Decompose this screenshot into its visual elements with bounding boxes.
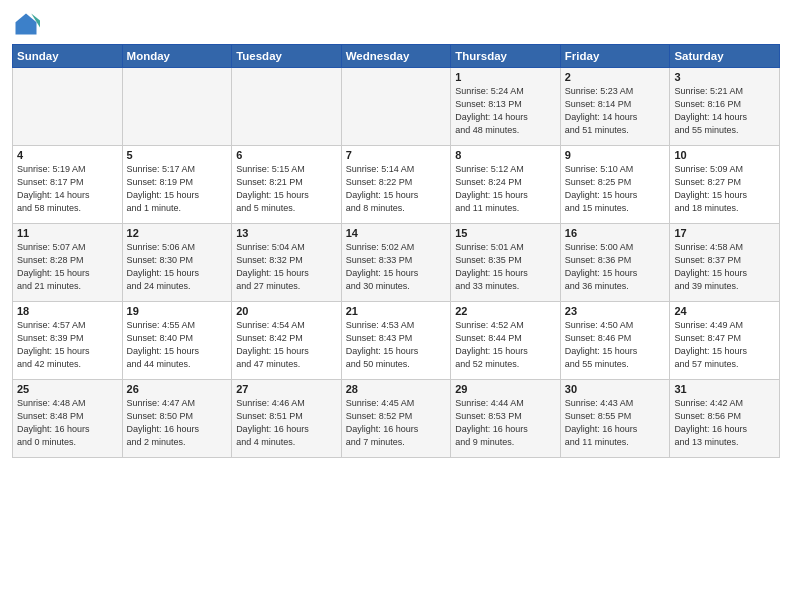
day-info: Sunrise: 4:54 AMSunset: 8:42 PMDaylight:… — [236, 319, 337, 371]
calendar-cell: 31Sunrise: 4:42 AMSunset: 8:56 PMDayligh… — [670, 380, 780, 458]
day-info: Sunrise: 5:24 AMSunset: 8:13 PMDaylight:… — [455, 85, 556, 137]
weekday-header-thursday: Thursday — [451, 45, 561, 68]
weekday-header-sunday: Sunday — [13, 45, 123, 68]
calendar-table: SundayMondayTuesdayWednesdayThursdayFrid… — [12, 44, 780, 458]
day-info: Sunrise: 5:00 AMSunset: 8:36 PMDaylight:… — [565, 241, 666, 293]
day-number: 20 — [236, 305, 337, 317]
calendar-cell: 11Sunrise: 5:07 AMSunset: 8:28 PMDayligh… — [13, 224, 123, 302]
day-number: 18 — [17, 305, 118, 317]
calendar-cell: 26Sunrise: 4:47 AMSunset: 8:50 PMDayligh… — [122, 380, 232, 458]
week-row-2: 4Sunrise: 5:19 AMSunset: 8:17 PMDaylight… — [13, 146, 780, 224]
day-info: Sunrise: 4:49 AMSunset: 8:47 PMDaylight:… — [674, 319, 775, 371]
day-info: Sunrise: 4:53 AMSunset: 8:43 PMDaylight:… — [346, 319, 447, 371]
day-info: Sunrise: 5:19 AMSunset: 8:17 PMDaylight:… — [17, 163, 118, 215]
day-number: 8 — [455, 149, 556, 161]
day-info: Sunrise: 4:48 AMSunset: 8:48 PMDaylight:… — [17, 397, 118, 449]
day-info: Sunrise: 5:09 AMSunset: 8:27 PMDaylight:… — [674, 163, 775, 215]
week-row-5: 25Sunrise: 4:48 AMSunset: 8:48 PMDayligh… — [13, 380, 780, 458]
day-number: 19 — [127, 305, 228, 317]
calendar-cell: 15Sunrise: 5:01 AMSunset: 8:35 PMDayligh… — [451, 224, 561, 302]
day-info: Sunrise: 4:45 AMSunset: 8:52 PMDaylight:… — [346, 397, 447, 449]
day-number: 9 — [565, 149, 666, 161]
day-number: 5 — [127, 149, 228, 161]
day-number: 28 — [346, 383, 447, 395]
day-number: 30 — [565, 383, 666, 395]
day-info: Sunrise: 4:50 AMSunset: 8:46 PMDaylight:… — [565, 319, 666, 371]
day-number: 11 — [17, 227, 118, 239]
day-info: Sunrise: 4:46 AMSunset: 8:51 PMDaylight:… — [236, 397, 337, 449]
weekday-header-wednesday: Wednesday — [341, 45, 451, 68]
day-number: 10 — [674, 149, 775, 161]
week-row-1: 1Sunrise: 5:24 AMSunset: 8:13 PMDaylight… — [13, 68, 780, 146]
calendar-cell — [341, 68, 451, 146]
calendar-cell: 1Sunrise: 5:24 AMSunset: 8:13 PMDaylight… — [451, 68, 561, 146]
calendar-cell: 24Sunrise: 4:49 AMSunset: 8:47 PMDayligh… — [670, 302, 780, 380]
calendar-cell: 23Sunrise: 4:50 AMSunset: 8:46 PMDayligh… — [560, 302, 670, 380]
calendar-cell: 9Sunrise: 5:10 AMSunset: 8:25 PMDaylight… — [560, 146, 670, 224]
calendar-cell: 8Sunrise: 5:12 AMSunset: 8:24 PMDaylight… — [451, 146, 561, 224]
calendar-cell: 18Sunrise: 4:57 AMSunset: 8:39 PMDayligh… — [13, 302, 123, 380]
calendar-cell: 7Sunrise: 5:14 AMSunset: 8:22 PMDaylight… — [341, 146, 451, 224]
day-info: Sunrise: 4:44 AMSunset: 8:53 PMDaylight:… — [455, 397, 556, 449]
day-info: Sunrise: 4:57 AMSunset: 8:39 PMDaylight:… — [17, 319, 118, 371]
week-row-4: 18Sunrise: 4:57 AMSunset: 8:39 PMDayligh… — [13, 302, 780, 380]
day-info: Sunrise: 4:42 AMSunset: 8:56 PMDaylight:… — [674, 397, 775, 449]
weekday-header-row: SundayMondayTuesdayWednesdayThursdayFrid… — [13, 45, 780, 68]
day-number: 13 — [236, 227, 337, 239]
day-number: 31 — [674, 383, 775, 395]
calendar-cell: 5Sunrise: 5:17 AMSunset: 8:19 PMDaylight… — [122, 146, 232, 224]
day-number: 24 — [674, 305, 775, 317]
logo — [12, 10, 44, 38]
calendar-cell: 16Sunrise: 5:00 AMSunset: 8:36 PMDayligh… — [560, 224, 670, 302]
day-number: 4 — [17, 149, 118, 161]
day-number: 7 — [346, 149, 447, 161]
day-number: 3 — [674, 71, 775, 83]
day-number: 1 — [455, 71, 556, 83]
calendar-cell — [122, 68, 232, 146]
day-info: Sunrise: 5:21 AMSunset: 8:16 PMDaylight:… — [674, 85, 775, 137]
calendar-cell: 10Sunrise: 5:09 AMSunset: 8:27 PMDayligh… — [670, 146, 780, 224]
weekday-header-tuesday: Tuesday — [232, 45, 342, 68]
calendar-cell: 30Sunrise: 4:43 AMSunset: 8:55 PMDayligh… — [560, 380, 670, 458]
day-info: Sunrise: 5:02 AMSunset: 8:33 PMDaylight:… — [346, 241, 447, 293]
day-number: 14 — [346, 227, 447, 239]
day-info: Sunrise: 4:52 AMSunset: 8:44 PMDaylight:… — [455, 319, 556, 371]
day-number: 26 — [127, 383, 228, 395]
calendar-cell — [13, 68, 123, 146]
header — [12, 10, 780, 38]
day-number: 21 — [346, 305, 447, 317]
weekday-header-monday: Monday — [122, 45, 232, 68]
logo-icon — [12, 10, 40, 38]
calendar-cell: 6Sunrise: 5:15 AMSunset: 8:21 PMDaylight… — [232, 146, 342, 224]
calendar-cell: 13Sunrise: 5:04 AMSunset: 8:32 PMDayligh… — [232, 224, 342, 302]
calendar-cell: 27Sunrise: 4:46 AMSunset: 8:51 PMDayligh… — [232, 380, 342, 458]
day-number: 27 — [236, 383, 337, 395]
day-info: Sunrise: 4:47 AMSunset: 8:50 PMDaylight:… — [127, 397, 228, 449]
day-info: Sunrise: 5:17 AMSunset: 8:19 PMDaylight:… — [127, 163, 228, 215]
day-number: 29 — [455, 383, 556, 395]
day-info: Sunrise: 5:04 AMSunset: 8:32 PMDaylight:… — [236, 241, 337, 293]
day-number: 22 — [455, 305, 556, 317]
day-number: 17 — [674, 227, 775, 239]
day-number: 15 — [455, 227, 556, 239]
day-info: Sunrise: 5:07 AMSunset: 8:28 PMDaylight:… — [17, 241, 118, 293]
calendar-cell: 2Sunrise: 5:23 AMSunset: 8:14 PMDaylight… — [560, 68, 670, 146]
calendar-cell: 4Sunrise: 5:19 AMSunset: 8:17 PMDaylight… — [13, 146, 123, 224]
calendar-cell: 25Sunrise: 4:48 AMSunset: 8:48 PMDayligh… — [13, 380, 123, 458]
calendar-cell: 21Sunrise: 4:53 AMSunset: 8:43 PMDayligh… — [341, 302, 451, 380]
calendar-cell: 17Sunrise: 4:58 AMSunset: 8:37 PMDayligh… — [670, 224, 780, 302]
day-info: Sunrise: 5:10 AMSunset: 8:25 PMDaylight:… — [565, 163, 666, 215]
calendar-cell: 28Sunrise: 4:45 AMSunset: 8:52 PMDayligh… — [341, 380, 451, 458]
weekday-header-saturday: Saturday — [670, 45, 780, 68]
calendar-cell: 20Sunrise: 4:54 AMSunset: 8:42 PMDayligh… — [232, 302, 342, 380]
calendar-cell: 22Sunrise: 4:52 AMSunset: 8:44 PMDayligh… — [451, 302, 561, 380]
day-info: Sunrise: 4:55 AMSunset: 8:40 PMDaylight:… — [127, 319, 228, 371]
day-info: Sunrise: 5:06 AMSunset: 8:30 PMDaylight:… — [127, 241, 228, 293]
calendar-cell: 14Sunrise: 5:02 AMSunset: 8:33 PMDayligh… — [341, 224, 451, 302]
day-number: 23 — [565, 305, 666, 317]
calendar-cell: 12Sunrise: 5:06 AMSunset: 8:30 PMDayligh… — [122, 224, 232, 302]
day-info: Sunrise: 5:01 AMSunset: 8:35 PMDaylight:… — [455, 241, 556, 293]
day-info: Sunrise: 4:43 AMSunset: 8:55 PMDaylight:… — [565, 397, 666, 449]
calendar-cell: 3Sunrise: 5:21 AMSunset: 8:16 PMDaylight… — [670, 68, 780, 146]
day-info: Sunrise: 5:15 AMSunset: 8:21 PMDaylight:… — [236, 163, 337, 215]
